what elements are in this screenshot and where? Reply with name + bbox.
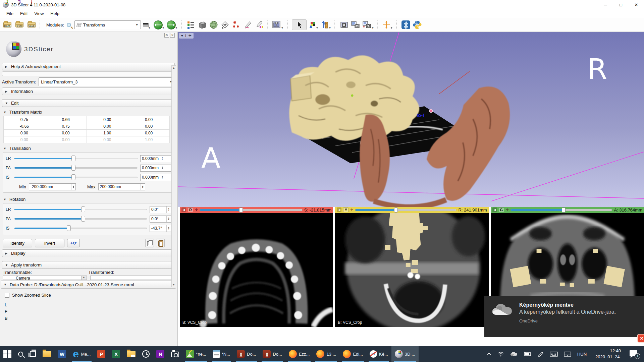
module-panel-toggle-button[interactable]: ▼ bbox=[142, 19, 152, 30]
taskbar-alarms[interactable] bbox=[139, 346, 153, 362]
maximize-button[interactable]: □ bbox=[613, 0, 629, 9]
taskbar-excel[interactable]: X bbox=[109, 346, 123, 362]
transform-matrix-section[interactable]: ▼ Transform Matrix bbox=[3, 110, 173, 115]
yellow-slice-image[interactable]: B: VCS_Crop bbox=[335, 213, 488, 327]
rotation-is-spinbox[interactable]: -43.7° ▲▼ bbox=[150, 225, 171, 232]
scene-view-button[interactable] bbox=[351, 19, 361, 30]
taskbar-powerpoint[interactable]: P bbox=[94, 346, 109, 362]
module-history-forward-button[interactable]: ⟶ ▼ bbox=[167, 19, 178, 30]
mouse-interaction-button[interactable] bbox=[292, 19, 307, 30]
close-panel-icon[interactable]: ✕ bbox=[170, 33, 175, 38]
action-center-button[interactable]: 1 bbox=[627, 350, 642, 358]
onedrive-notification[interactable]: Képernyőkép mentve A képernyőkép felkerü… bbox=[484, 296, 644, 337]
close-button[interactable]: ✕ bbox=[629, 0, 644, 9]
module-hierarchy-button[interactable] bbox=[186, 19, 196, 30]
tray-wifi[interactable] bbox=[495, 351, 506, 357]
transform-matrix-table[interactable]: 0.750.66 0.000.00 -0.660.75 0.000.00 0.0… bbox=[3, 116, 170, 143]
tray-overflow-button[interactable] bbox=[484, 352, 494, 356]
window-level-button[interactable]: ▼ bbox=[308, 19, 319, 30]
min-spinbox[interactable]: -200.000mm ▲▼ bbox=[29, 183, 76, 190]
scene-capture-button[interactable]: ▼ bbox=[362, 19, 375, 30]
menu-file[interactable]: File bbox=[3, 10, 16, 17]
scroll-up-icon[interactable]: ▲ bbox=[81, 276, 87, 280]
edit-section[interactable]: ▼ Edit bbox=[2, 99, 175, 107]
tray-battery[interactable] bbox=[521, 352, 534, 356]
apply-transform-section[interactable]: ▼ Apply transform bbox=[2, 261, 175, 269]
rotation-lr-slider[interactable] bbox=[14, 206, 147, 213]
red-slice-slider[interactable] bbox=[200, 207, 302, 212]
red-slice-image[interactable]: B: VCS_Crop bbox=[180, 213, 333, 327]
save-button[interactable]: ⇩ SAVE bbox=[26, 19, 37, 31]
taskbar-file-explorer[interactable] bbox=[39, 346, 55, 362]
task-view-button[interactable] bbox=[26, 346, 39, 362]
spin-arrows-icon[interactable]: ▲▼ bbox=[166, 206, 171, 213]
annotation-button[interactable] bbox=[243, 19, 253, 30]
module-selector-combobox[interactable]: Transforms ▼ bbox=[74, 20, 141, 29]
spin-arrows-icon[interactable]: ▲▼ bbox=[160, 174, 164, 181]
minimize-button[interactable]: ─ bbox=[598, 0, 613, 9]
transformed-list[interactable] bbox=[90, 276, 174, 280]
rotation-pa-slider[interactable] bbox=[14, 216, 147, 222]
layout-selector-button[interactable]: ▼ bbox=[272, 19, 284, 30]
collapse-left-icon[interactable]: ◀ bbox=[337, 207, 341, 212]
taskbar-onedrive-folder[interactable] bbox=[123, 346, 139, 362]
display-section[interactable]: ▶ Display bbox=[2, 249, 175, 257]
crosshair-icon[interactable]: ✛ bbox=[189, 34, 192, 38]
markups-button[interactable] bbox=[231, 19, 241, 30]
slice-pin-icon[interactable]: ✛ bbox=[195, 208, 198, 212]
threed-view[interactable]: ▾ 1 ✛ R A Io-I bbox=[178, 32, 644, 207]
scroll-down-icon[interactable]: ▼ bbox=[172, 283, 175, 287]
tray-clock[interactable]: 12:40 2020. 01. 24. bbox=[590, 348, 626, 360]
translation-pa-spinbox[interactable]: 0.000mm ▲▼ bbox=[140, 165, 171, 172]
taskbar-firefox[interactable]: Ezz... bbox=[285, 346, 313, 362]
taskbar-firefox-3[interactable]: Edi... bbox=[339, 346, 366, 362]
view-controller-bar[interactable]: ▾ 1 ✛ bbox=[179, 33, 194, 39]
taskbar-search-button[interactable] bbox=[15, 346, 26, 362]
green-slice-slider[interactable] bbox=[511, 207, 612, 212]
spin-arrows-icon[interactable]: ▲▼ bbox=[160, 156, 164, 162]
taskbar-camera[interactable] bbox=[168, 346, 182, 362]
volume-rendering-button[interactable] bbox=[209, 19, 219, 30]
python-console-button[interactable] bbox=[412, 19, 422, 30]
max-spinbox[interactable]: 200.000mm ▲▼ bbox=[98, 183, 145, 190]
spin-arrows-icon[interactable]: ▲▼ bbox=[166, 225, 171, 232]
copy-transform-icon[interactable] bbox=[145, 239, 154, 247]
load-data-button[interactable]: ⇧ DATA bbox=[2, 19, 13, 31]
mesh-module-button[interactable] bbox=[220, 19, 230, 30]
tray-touch-keyboard[interactable] bbox=[547, 352, 560, 357]
menu-view[interactable]: View bbox=[31, 10, 47, 17]
popup-panel-icon[interactable]: ⧉ bbox=[164, 33, 169, 38]
identity-button[interactable]: Identity bbox=[3, 239, 32, 247]
panel-scrollbar[interactable]: ▲ ▼ bbox=[171, 65, 176, 287]
paste-transform-icon[interactable] bbox=[156, 239, 165, 247]
taskbar-slicer[interactable]: 3D ... bbox=[391, 346, 419, 362]
menu-help[interactable]: Help bbox=[47, 10, 62, 17]
taskbar-onenote[interactable]: N bbox=[153, 346, 168, 362]
list-item[interactable]: Camera bbox=[16, 276, 30, 280]
translation-is-slider[interactable] bbox=[14, 174, 138, 181]
rotation-lr-spinbox[interactable]: 0.0° ▲▼ bbox=[150, 206, 171, 213]
taskbar-snipping-tool[interactable]: ✂ Ké... bbox=[366, 346, 391, 362]
rotation-section[interactable]: ▼ Rotation bbox=[3, 197, 173, 202]
rotation-is-slider[interactable] bbox=[14, 225, 147, 232]
slice-pin-icon[interactable]: ✛ bbox=[506, 208, 509, 212]
pin-icon[interactable]: ▾ bbox=[181, 34, 183, 38]
collapse-left-icon[interactable]: ◀ bbox=[492, 207, 497, 212]
translation-lr-spinbox[interactable]: 0.000mm ▲▼ bbox=[140, 155, 171, 162]
rotation-pa-spinbox[interactable]: 0.0° ▲▼ bbox=[150, 216, 171, 223]
extensions-manager-button[interactable] bbox=[401, 19, 411, 30]
volume-module-button[interactable] bbox=[197, 19, 207, 30]
module-search-icon[interactable] bbox=[67, 23, 71, 27]
spin-arrows-icon[interactable]: ▲▼ bbox=[160, 165, 164, 171]
scroll-up-icon[interactable]: ▲ bbox=[172, 66, 175, 70]
crosshair-button[interactable]: ▼ bbox=[382, 19, 393, 30]
slice-pin-icon[interactable]: ✛ bbox=[350, 208, 353, 212]
active-transform-combobox[interactable]: LinearTransform_3 ▼ bbox=[39, 77, 175, 86]
taskbar-daemon-tools-2[interactable]: )( Do... bbox=[259, 346, 285, 362]
spin-arrows-icon[interactable]: ▲▼ bbox=[141, 184, 145, 190]
split-transform-button[interactable]: +⟳ bbox=[67, 239, 80, 247]
tray-onedrive[interactable] bbox=[508, 352, 520, 356]
taskbar-notepad[interactable]: *N... bbox=[210, 346, 233, 362]
screenshot-button[interactable] bbox=[339, 19, 349, 30]
tray-language[interactable]: HUN bbox=[575, 352, 589, 357]
